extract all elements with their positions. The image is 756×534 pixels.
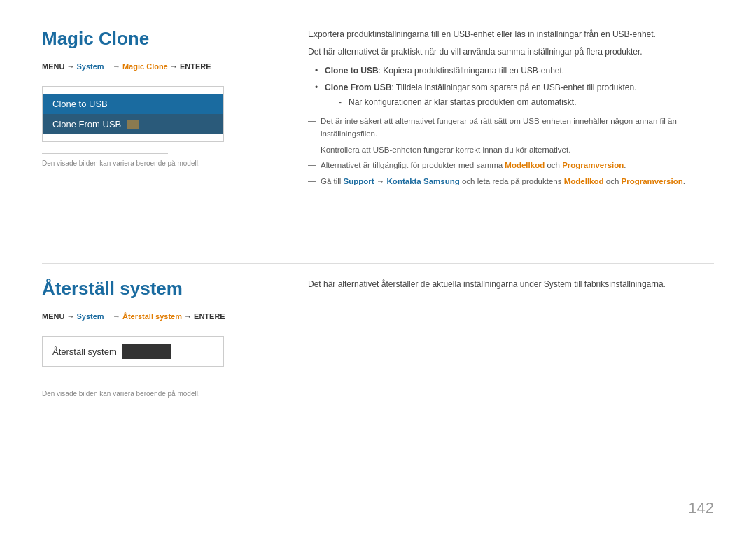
kontakta-samsung-link[interactable]: Kontakta Samsung [387, 177, 460, 185]
clone-ui-box: Clone to USB Clone From USB [42, 86, 224, 142]
magic-clone-desc2: Det här alternativet är praktiskt när du… [308, 45, 714, 59]
sub-bullet-auto-restart: När konfigurationen är klar startas prod… [339, 96, 714, 109]
programversion-2: Programversion [622, 177, 683, 185]
aterst-right: Det här alternativet återställer de aktu… [294, 278, 714, 506]
aterst-note: Den visade bilden kan variera beroende p… [42, 390, 273, 398]
left-divider [42, 153, 168, 154]
aterst-desc: Det här alternativet återställer de aktu… [308, 278, 714, 291]
usb-icon [127, 120, 139, 129]
page-number: 142 [688, 499, 714, 517]
modellkod-2: Modellkod [564, 177, 604, 185]
aterst-menu-aterst: Återställ system [122, 312, 182, 321]
aterst-menu-suffix: ENTERE [194, 312, 225, 321]
aterst-menu-path: MENU → System → Återställ system → ENTER… [42, 312, 273, 321]
clone-to-usb-desc: : Kopiera produktinställningarna till en… [379, 66, 565, 76]
menu-arrow1: → [113, 62, 120, 71]
modellkod-1: Modellkod [505, 161, 545, 169]
magic-clone-left: Magic Clone MENU → System → Magic Clone … [42, 28, 294, 256]
magic-clone-bullets: Clone to USB: Kopiera produktinställning… [315, 64, 714, 109]
bullet-clone-to-usb: Clone to USB: Kopiera produktinställning… [315, 64, 714, 78]
aterst-arrow2: → [184, 312, 192, 321]
page: Magic Clone MENU → System → Magic Clone … [0, 0, 756, 534]
aterst-arrow1: → [113, 312, 120, 321]
support-link[interactable]: Support [344, 177, 374, 185]
programversion-1: Programversion [562, 161, 624, 169]
em-note-4: Gå till Support → Kontakta Samsung och l… [308, 175, 714, 188]
em-note-2: Kontrollera att USB-enheten fungerar kor… [308, 143, 714, 156]
em-note-1: Det är inte säkert att alternativet fung… [308, 115, 714, 141]
clone-to-usb-label: Clone to USB [325, 66, 379, 76]
clone-to-usb-item[interactable]: Clone to USB [43, 94, 223, 114]
aterst-menu-system: System [77, 312, 104, 321]
magic-clone-note: Den visade bilden kan variera beroende p… [42, 160, 273, 167]
aterst-divider [42, 384, 168, 384]
aterst-ui-label: Återställ system [52, 346, 117, 357]
menu-arrow2: → [170, 62, 178, 71]
menu-suffix: ENTERE [180, 62, 211, 71]
magic-clone-right: Exportera produktinställningarna till en… [294, 28, 714, 256]
aterst-title: Återställ system [42, 278, 273, 300]
magic-clone-title: Magic Clone [42, 28, 273, 50]
magic-clone-section: Magic Clone MENU → System → Magic Clone … [42, 28, 714, 256]
aterst-left: Återställ system MENU → System → Återstä… [42, 278, 294, 506]
clone-from-usb-item[interactable]: Clone From USB [43, 114, 223, 134]
clone-from-usb-sub: När konfigurationen är klar startas prod… [339, 96, 714, 109]
menu-magic-clone: Magic Clone [122, 62, 168, 71]
clone-from-usb-desc: : Tilldela inställningar som sparats på … [391, 83, 636, 92]
aterst-section: Återställ system MENU → System → Återstä… [42, 278, 714, 506]
menu-system: System [77, 62, 104, 71]
magic-clone-menu-path: MENU → System → Magic Clone → ENTERE [42, 62, 273, 71]
aterst-menu-prefix: MENU → [42, 312, 74, 321]
aterst-dark-block [122, 344, 172, 359]
clone-from-usb-label: Clone From USB [325, 83, 391, 92]
bullet-clone-from-usb: Clone From USB: Tilldela inställningar s… [315, 81, 714, 109]
magic-clone-desc1: Exportera produktinställningarna till en… [308, 28, 714, 41]
menu-prefix: MENU → [42, 62, 74, 71]
em-note-3: Alternativet är tillgängligt för produkt… [308, 159, 714, 171]
section-divider [42, 263, 714, 264]
aterst-ui-box: Återställ system [42, 336, 224, 367]
